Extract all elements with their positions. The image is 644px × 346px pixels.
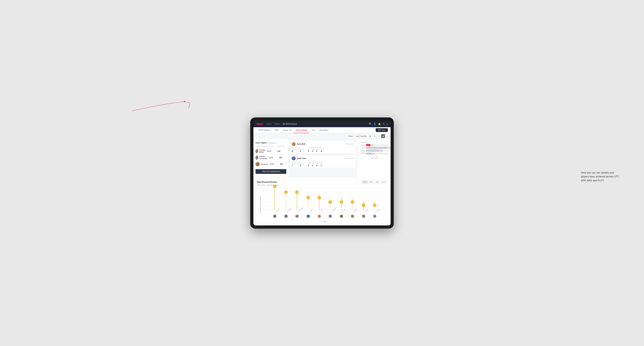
player-dot-butler <box>362 214 366 218</box>
bar-fill <box>366 144 370 146</box>
search-icon[interactable]: 🔍 <box>369 123 372 125</box>
practice-value: 4 <box>300 150 304 152</box>
bar-value: 131 <box>372 153 375 155</box>
card-view-btn[interactable]: ▦ <box>381 134 385 138</box>
grid-line-4 <box>264 198 387 199</box>
sub-nav-all-players[interactable]: All Players <box>317 127 330 133</box>
nav-teams[interactable]: Teams <box>274 123 280 125</box>
avatar: 3 <box>256 162 260 166</box>
tournament-value: 7 <box>292 165 298 167</box>
pb-avg: 107 <box>279 157 289 159</box>
ott-value: 0 <box>308 150 310 152</box>
table-row[interactable]: 3 Cameron... 17/20 103 <box>254 161 288 168</box>
tablet-frame: clippd Home Teams My Performance 🔍 👤 🔔 ⚙… <box>250 117 394 229</box>
x-axis-0: 0 <box>366 156 367 157</box>
practice-value: 2 <box>300 165 304 167</box>
user-icon[interactable]: 👤 <box>374 123 376 125</box>
grid-view-btn[interactable]: ⊞ <box>373 134 376 138</box>
table-row[interactable]: 1 Richard Butler 19/20 110 <box>254 148 288 155</box>
card-header: Rees Britt 02 Sep 2023 <box>292 142 354 146</box>
ott-value: 0 <box>308 165 310 167</box>
pb-avg: 110 <box>277 150 287 152</box>
sub-nav-pgat[interactable]: PGAT Players <box>256 127 272 133</box>
app-col: APP 0 <box>312 149 314 152</box>
streak-node-crossman: 4x E. Crossman <box>330 197 330 210</box>
middle-panel: Rees Britt 02 Sep 2023 Total Rounds Tour… <box>288 139 357 177</box>
bar-fill <box>366 147 388 149</box>
avatar: 1 <box>256 149 258 153</box>
y-axis-container: Best Streak, Fairway Accuracy <box>257 187 264 222</box>
table-row[interactable]: 2 Edward Crossman 18/20 107 <box>254 155 288 161</box>
avatar: 2 <box>256 156 258 160</box>
player-name: Cameron... <box>261 163 269 165</box>
y-tick-0: 0 <box>261 209 262 211</box>
y-tick-2: 2 <box>261 202 262 203</box>
add-team-button[interactable]: Add Team <box>376 128 388 132</box>
bell-icon[interactable]: 🔔 <box>378 123 381 125</box>
player-dot-ford <box>340 214 343 218</box>
card-avatar <box>292 156 296 160</box>
streak-line-ewert <box>274 187 275 210</box>
player-info: 3 Cameron... <box>256 162 269 166</box>
nav-links: Home Teams My Performance <box>266 123 366 125</box>
medal-bronze: 3 <box>258 165 260 166</box>
total-rounds-label: Total Rounds <box>292 161 304 163</box>
filter-btn-group: OTT APP ARG PUTT <box>362 181 387 183</box>
bar-track: 499 <box>366 147 389 149</box>
nav-home[interactable]: Home <box>266 123 272 125</box>
shot-chart: Eagles 3 Birdies 96 <box>359 141 389 160</box>
right-panel: Eagles 3 Birdies 96 <box>357 139 390 177</box>
bar-row-bogeys: Bogeys 311 <box>359 150 389 152</box>
card-stats: Total Rounds Tournament 7 Practice 2 <box>292 161 354 167</box>
bar-row-eagles: Eagles 3 <box>359 141 389 143</box>
col-pb-avg: PB AVG SQ <box>277 146 286 147</box>
pb-score: 17/20 <box>269 163 280 165</box>
bar-track: 131 <box>366 153 389 155</box>
edit-icon[interactable]: ✏ <box>276 142 278 144</box>
player-name: Edward Crossman <box>259 156 269 160</box>
arg-value: 0 <box>316 150 319 152</box>
show-filter-row: Show Last 3 months Last 6 months Last 12… <box>254 133 390 139</box>
bar-track: 3 <box>366 141 389 143</box>
sub-nav-items: PGAT Players PGA Hcaps 1-5 Team Clippd T… <box>256 127 376 133</box>
filter-putt[interactable]: PUTT <box>380 181 387 183</box>
avatar-icon[interactable]: ● <box>386 123 388 125</box>
bar-value: 499 <box>388 147 390 149</box>
putt-col: PUTT 0 <box>320 149 324 152</box>
player-dot-miller <box>351 214 354 218</box>
subtitle-suffix: Fairway Accuracy <box>266 184 279 186</box>
x-axis-players-label: Players <box>264 220 387 222</box>
view-leaderboard-button[interactable]: View Full Leaderboard <box>256 169 286 174</box>
table-view-btn[interactable]: ⊟ <box>385 134 389 138</box>
streaks-title: Best Round Streaks <box>257 181 277 183</box>
nav-bar: clippd Home Teams My Performance 🔍 👤 🔔 ⚙… <box>254 121 390 127</box>
grid-line-5 <box>264 195 387 195</box>
streak-chart-inner: Best Streak, Fairway Accuracy <box>257 187 387 222</box>
list-view-btn[interactable]: ≡ <box>377 134 381 138</box>
streak-bubble-coles: 5x <box>306 196 310 199</box>
app-label: APP <box>312 149 314 150</box>
rounds-row: Tournament 8 Practice 4 <box>292 149 304 152</box>
filter-ott[interactable]: OTT <box>362 181 368 183</box>
sub-nav-tour[interactable]: Tour <box>309 127 317 133</box>
settings-icon[interactable]: ⚙ <box>382 123 385 125</box>
tournament-label: Tournament <box>292 149 298 150</box>
chart-x-label: Total Shots <box>359 158 389 159</box>
sub-nav-hcaps[interactable]: Hcaps 1-5 <box>281 127 294 133</box>
sub-nav-team-clippd[interactable]: Team Clippd <box>294 127 309 133</box>
nav-my-performance[interactable]: My Performance <box>283 123 297 125</box>
subtitle-prefix: Off The Tee <box>257 184 265 186</box>
filter-app[interactable]: APP <box>368 181 374 183</box>
show-select[interactable]: Last 3 months Last 6 months Last 12 mont… <box>354 135 372 138</box>
activities-row: OTT 0 APP 0 ARG 0 <box>308 149 324 152</box>
player-dot-britt <box>318 214 321 218</box>
bar-row-pars: Pars 499 <box>359 147 389 149</box>
streak-node-miller: 4x M. Miller <box>352 197 353 210</box>
bar-value: 96 <box>371 144 373 146</box>
bar-fill <box>366 153 372 155</box>
pb-score: 18/20 <box>269 157 279 159</box>
filter-arg[interactable]: ARG <box>374 181 380 183</box>
grid-line-3 <box>264 202 387 202</box>
sub-nav-pga[interactable]: PGA <box>272 127 281 133</box>
tournament-col: Tournament 8 <box>292 149 298 152</box>
